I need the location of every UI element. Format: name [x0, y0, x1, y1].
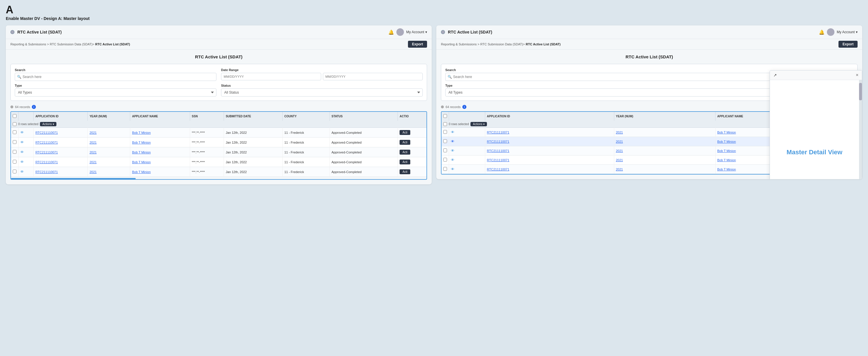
left-row2-name-link[interactable]: Bob T Minion	[132, 141, 151, 144]
left-th-action: ACTIO	[398, 112, 427, 121]
right-row2-eye-icon[interactable]: 👁	[451, 139, 455, 144]
detail-expand-button[interactable]: ↗	[773, 73, 777, 77]
left-actions-badge[interactable]: Actions ▾	[40, 122, 56, 126]
left-row5-checkbox[interactable]	[13, 170, 17, 173]
left-row2-eye-icon[interactable]: 👁	[20, 140, 24, 144]
left-date-row	[221, 73, 423, 80]
right-rows-selected-label: 0 rows selected	[449, 122, 469, 126]
left-row5-eye-icon[interactable]: 👁	[20, 170, 24, 174]
right-row3-checkbox[interactable]	[443, 148, 447, 152]
left-row3-action-btn[interactable]: Acti	[400, 150, 410, 154]
left-row4-year: 2021	[88, 157, 130, 167]
right-row2-year-link[interactable]: 2021	[616, 140, 623, 143]
left-date-to[interactable]	[323, 73, 423, 80]
left-row1-eye-icon[interactable]: 👁	[20, 130, 24, 135]
detail-body-container: Master Detail View 2021 Bob Minion 2021 …	[770, 80, 862, 179]
account-button-right[interactable]: My Account ▾	[837, 30, 858, 34]
left-row3-name-link[interactable]: Bob T Minion	[132, 150, 151, 154]
account-button-left[interactable]: My Account ▾	[406, 30, 427, 34]
right-row1-name-link[interactable]: Bob T Minion	[717, 131, 736, 134]
left-row5-year-link[interactable]: 2021	[89, 170, 96, 174]
right-row4-year-link[interactable]: 2021	[616, 158, 623, 162]
left-th-name: APPLICANT NAME	[130, 112, 190, 121]
left-row5-app-id-link[interactable]: RTC211110071	[35, 170, 58, 174]
left-row3-app-id-link[interactable]: RTC211110071	[35, 150, 58, 154]
right-row3-eye-icon[interactable]: 👁	[451, 148, 455, 153]
left-row4-checkbox[interactable]	[13, 160, 17, 164]
left-row4-submitted: Jan 12th, 2022	[224, 157, 283, 167]
left-row2-year-link[interactable]: 2021	[89, 141, 96, 144]
right-row4-app-id-link[interactable]: RTC211110071	[487, 158, 509, 162]
detail-scrollbar[interactable]	[859, 80, 862, 179]
right-records-dot	[441, 105, 444, 108]
left-row4-year-link[interactable]: 2021	[89, 161, 96, 164]
left-row4-action-btn[interactable]: Acti	[400, 159, 410, 165]
right-export-button[interactable]: Export	[838, 41, 858, 48]
left-status-select[interactable]: All Status	[221, 88, 423, 97]
left-row5-submitted: Jan 12th, 2022	[224, 167, 283, 177]
detail-close-button[interactable]: ×	[856, 73, 859, 77]
right-row5-app-id-link[interactable]: RTC211110071	[487, 168, 509, 171]
master-detail-overlay: ↗ × Master Detail View 2021 Bob Minion 2…	[770, 70, 862, 179]
left-row5-name-link[interactable]: Bob T Minion	[132, 170, 151, 174]
left-row3-year-link[interactable]: 2021	[89, 150, 96, 154]
right-row4-checkbox[interactable]	[443, 158, 447, 162]
left-th-app-id: APPLICATION ID	[34, 112, 88, 121]
right-row5-eye-icon[interactable]: 👁	[451, 167, 455, 171]
right-row2-name-link[interactable]: Bob T Minion	[717, 140, 736, 143]
left-row2-action-btn[interactable]: Acti	[400, 140, 410, 145]
right-row1-app-id-link[interactable]: RTC211110071	[487, 131, 509, 134]
left-row4-name-link[interactable]: Bob T Minion	[132, 161, 151, 164]
left-row3-eye-icon[interactable]: 👁	[20, 150, 24, 154]
right-row1-eye-icon[interactable]: 👁	[451, 130, 455, 134]
left-row4-county: 11 - Frederick	[282, 157, 330, 167]
left-export-button[interactable]: Export	[408, 41, 427, 48]
right-row5-year-link[interactable]: 2021	[616, 168, 623, 171]
right-row3-app-id-link[interactable]: RTC211110071	[487, 149, 509, 152]
left-info-icon[interactable]: i	[32, 105, 36, 109]
bell-icon[interactable]: 🔔	[388, 30, 394, 35]
left-row1-action-btn[interactable]: Acti	[400, 130, 410, 135]
right-row2-checkbox[interactable]	[443, 139, 447, 143]
account-avatar-right	[827, 28, 834, 36]
right-bell-icon[interactable]: 🔔	[819, 30, 825, 35]
right-row2-app-id-link[interactable]: RTC211110071	[487, 140, 509, 143]
left-row3-name: Bob T Minion	[130, 147, 190, 157]
right-row3-name-link[interactable]: Bob T Minion	[717, 149, 736, 152]
right-row1-year-link[interactable]: 2021	[616, 131, 623, 134]
left-type-select[interactable]: All Types	[15, 88, 216, 97]
left-select-all-checkbox[interactable]	[13, 114, 17, 118]
left-row5-action-btn[interactable]: Acti	[400, 169, 410, 174]
left-row3-checkbox[interactable]	[13, 150, 17, 154]
right-row1-checkbox[interactable]	[443, 130, 447, 134]
left-row5-year: 2021	[88, 167, 130, 177]
left-row5-eye-cell: 👁	[19, 167, 34, 177]
left-select-row-checkbox[interactable]	[13, 122, 17, 126]
left-search-input[interactable]	[15, 73, 216, 81]
left-row1-name-link[interactable]: Bob T Minion	[132, 131, 151, 134]
right-row4-eye-icon[interactable]: 👁	[451, 158, 455, 162]
right-actions-badge[interactable]: Actions ▾	[470, 122, 487, 126]
left-row1-checkbox[interactable]	[13, 130, 17, 134]
left-row1-year-link[interactable]: 2021	[89, 131, 96, 134]
left-row2-app-id-link[interactable]: RTC211110071	[35, 141, 58, 144]
table-row: 👁 RTC211110071 2021 Bob T Minion ***.**-…	[11, 167, 427, 177]
left-row4-eye-icon[interactable]: 👁	[20, 160, 24, 164]
left-th-ssn: SSN	[190, 112, 224, 121]
left-row1-eye-cell: 👁	[19, 128, 34, 138]
right-select-all-checkbox[interactable]	[443, 114, 447, 118]
left-row4-app-id-link[interactable]: RTC211110071	[35, 161, 58, 164]
right-row5-checkbox[interactable]	[443, 167, 447, 171]
right-row5-name-link[interactable]: Bob T Minion	[717, 168, 736, 171]
left-row1-app-id-link[interactable]: RTC211110071	[35, 131, 58, 134]
left-row3-status: Approved-Completed	[330, 147, 398, 157]
right-row3-year-link[interactable]: 2021	[616, 149, 623, 152]
left-actions-chevron: ▾	[53, 122, 54, 126]
right-row4-name-link[interactable]: Bob T Minion	[717, 158, 736, 162]
left-row2-checkbox[interactable]	[13, 140, 17, 144]
right-info-icon[interactable]: i	[462, 105, 466, 109]
left-search-label: Search	[15, 68, 216, 72]
detail-scrollbar-thumb[interactable]	[859, 83, 862, 100]
left-date-from[interactable]	[221, 73, 321, 80]
right-select-row-checkbox[interactable]	[443, 122, 447, 126]
